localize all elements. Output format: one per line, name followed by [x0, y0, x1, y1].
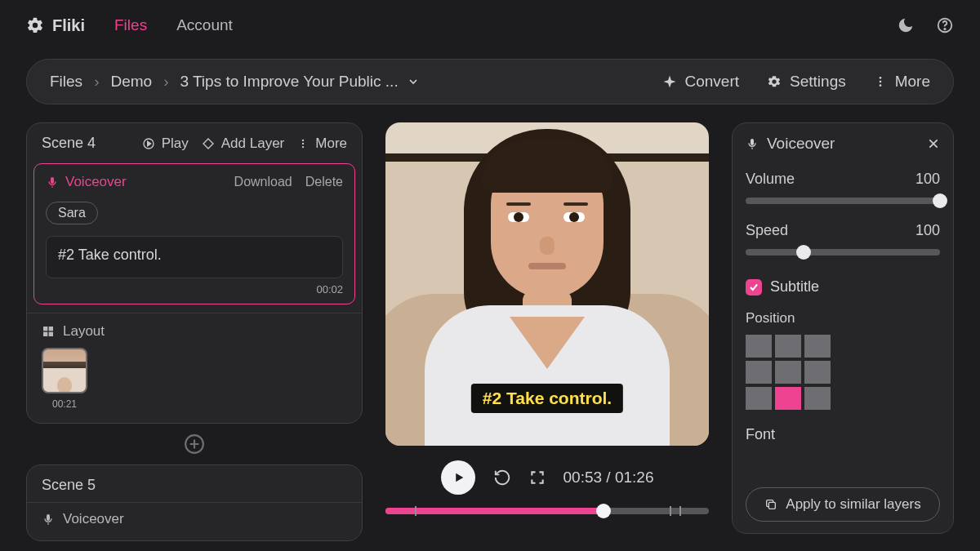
pos-bot-right[interactable] [804, 387, 831, 410]
dots-vertical-icon [874, 75, 887, 88]
volume-label: Volume [746, 171, 795, 188]
voiceover-text-input[interactable]: #2 Take control. [46, 236, 343, 278]
gear-icon [767, 74, 782, 89]
scene-4-card: Scene 4 Play Add Layer More [26, 122, 363, 424]
pos-bot-left[interactable] [746, 387, 772, 410]
dots-vertical-icon [297, 138, 309, 149]
time-display: 00:53 / 01:26 [564, 469, 654, 487]
more-label: More [895, 73, 930, 91]
chevron-down-icon[interactable] [407, 75, 420, 88]
panel-title: Voiceover [767, 135, 835, 153]
svg-rect-15 [47, 514, 50, 521]
app-logo: Fliki [26, 16, 85, 35]
play-icon [452, 470, 466, 485]
layout-thumbnail[interactable] [42, 348, 87, 393]
diamond-icon [202, 137, 215, 150]
pos-top-left[interactable] [746, 335, 772, 358]
more-button[interactable]: More [874, 73, 930, 91]
copy-icon [764, 498, 777, 511]
mic-icon [46, 176, 59, 189]
restart-button[interactable] [493, 469, 511, 487]
fullscreen-icon [529, 469, 546, 486]
settings-button[interactable]: Settings [767, 73, 846, 91]
app-name: Fliki [52, 16, 85, 35]
svg-rect-17 [769, 502, 776, 509]
breadcrumb-bar: Files › Demo › 3 Tips to Improve Your Pu… [26, 59, 954, 104]
convert-label: Convert [685, 73, 740, 91]
position-label: Position [746, 310, 940, 327]
font-label: Font [746, 426, 940, 443]
plus-circle-icon [184, 433, 205, 455]
play-button[interactable] [441, 460, 475, 495]
help-icon[interactable] [936, 16, 954, 34]
play-icon [142, 137, 155, 150]
svg-point-7 [302, 142, 304, 144]
scene-4-title: Scene 4 [42, 135, 96, 152]
svg-rect-9 [51, 177, 54, 184]
add-scene-button[interactable] [184, 433, 205, 455]
svg-rect-13 [49, 332, 53, 336]
subtitle-checkbox[interactable] [746, 279, 762, 295]
scene-5-card: Scene 5 Voiceover [26, 464, 363, 541]
crumb-folder[interactable]: Demo [110, 73, 152, 91]
close-panel-button[interactable] [927, 137, 940, 150]
crumb-root[interactable]: Files [50, 73, 82, 91]
gear-logo-icon [26, 16, 44, 34]
speed-label: Speed [746, 222, 788, 239]
progress-thumb[interactable] [596, 504, 611, 518]
svg-point-3 [879, 81, 881, 83]
nav-files[interactable]: Files [114, 16, 147, 34]
pos-top-right[interactable] [804, 335, 831, 358]
svg-point-2 [879, 77, 881, 79]
speed-value: 100 [915, 222, 940, 239]
chevron-right-icon: › [163, 73, 168, 91]
convert-button[interactable]: Convert [662, 73, 740, 91]
voiceover-delete[interactable]: Delete [305, 175, 343, 189]
restart-icon [493, 469, 511, 487]
layout-label: Layout [63, 323, 105, 340]
voiceover-duration: 00:02 [46, 283, 343, 295]
check-icon [748, 282, 760, 293]
crumb-title[interactable]: 3 Tips to Improve Your Public ... [180, 73, 398, 91]
theme-toggle-icon[interactable] [897, 16, 915, 34]
voice-chip[interactable]: Sara [46, 202, 98, 224]
close-icon [927, 137, 940, 150]
pos-mid-left[interactable] [746, 361, 772, 384]
pos-top-center[interactable] [775, 335, 801, 358]
pos-mid-center[interactable] [775, 361, 801, 384]
pos-mid-right[interactable] [804, 361, 831, 384]
apply-similar-button[interactable]: Apply to similar layers [746, 487, 940, 522]
pos-bot-center[interactable] [775, 387, 801, 410]
add-layer-button[interactable]: Add Layer [202, 136, 285, 152]
voiceover-layer[interactable]: Voiceover Download Delete Sara #2 Take c… [33, 163, 355, 304]
svg-rect-12 [43, 332, 47, 336]
settings-label: Settings [790, 73, 846, 91]
svg-point-1 [944, 29, 945, 29]
layout-icon [42, 325, 55, 338]
voiceover-title: Voiceover [65, 174, 127, 190]
nav-account[interactable]: Account [176, 16, 233, 34]
chevron-right-icon: › [94, 73, 99, 91]
speed-slider[interactable] [746, 249, 940, 256]
svg-rect-16 [751, 139, 754, 145]
position-grid [746, 335, 940, 410]
layout-layer[interactable]: Layout 00:21 [27, 313, 362, 423]
fullscreen-button[interactable] [529, 469, 546, 486]
scene5-voiceover-layer[interactable]: Voiceover [27, 502, 362, 540]
video-preview[interactable]: #2 Take control. [385, 122, 709, 446]
volume-slider[interactable] [746, 198, 940, 204]
svg-point-8 [302, 145, 304, 147]
progress-bar[interactable] [385, 508, 709, 514]
scene-more-button[interactable]: More [297, 136, 347, 152]
sparkle-icon [662, 74, 677, 89]
svg-point-4 [879, 84, 881, 87]
svg-rect-10 [43, 327, 47, 331]
video-subtitle: #2 Take control. [471, 384, 623, 413]
voiceover-download[interactable]: Download [234, 175, 292, 189]
voiceover-panel: Voiceover Volume 100 Speed 100 Subtitle [732, 122, 954, 534]
mic-icon [746, 137, 759, 150]
mic-icon [42, 513, 55, 526]
scene-play-button[interactable]: Play [142, 136, 189, 152]
layout-thumb-time: 00:21 [42, 398, 87, 410]
svg-point-6 [302, 139, 304, 140]
